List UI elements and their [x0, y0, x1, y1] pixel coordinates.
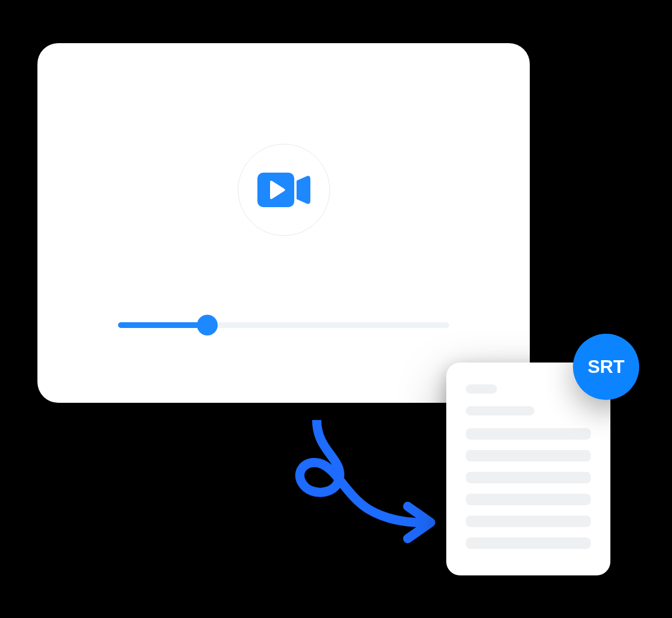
srt-badge: SRT	[573, 334, 639, 400]
srt-badge-label: SRT	[588, 356, 625, 377]
video-progress-fill	[118, 322, 207, 328]
doc-text-line	[466, 428, 591, 440]
doc-text-line	[466, 384, 497, 394]
doc-text-line	[466, 494, 591, 505]
doc-text-line	[466, 516, 591, 527]
video-camera-icon	[257, 170, 310, 209]
curly-arrow-icon	[248, 420, 438, 547]
doc-text-line	[466, 406, 534, 415]
video-camera-icon-circle	[238, 144, 330, 236]
doc-text-line	[466, 450, 591, 461]
doc-text-line	[466, 537, 591, 549]
video-progress-thumb[interactable]	[197, 315, 218, 335]
video-progress-track[interactable]	[118, 322, 449, 328]
video-player-card	[37, 43, 530, 403]
illustration-canvas: SRT	[0, 0, 672, 618]
srt-document-card: SRT	[446, 363, 610, 575]
doc-text-line	[466, 472, 591, 483]
